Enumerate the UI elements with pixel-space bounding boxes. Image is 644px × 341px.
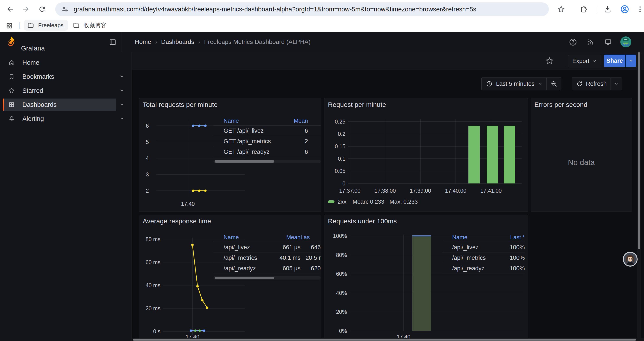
zoom-out-icon[interactable] (547, 81, 561, 87)
clock-icon (486, 81, 492, 87)
home-icon (8, 59, 15, 66)
news-rss-icon[interactable] (586, 37, 595, 47)
download-icon[interactable] (603, 5, 612, 14)
bookmark-folder-blogs[interactable]: 收藏博客 (69, 20, 111, 31)
legend-row[interactable]: /api/_readyz100% (442, 263, 525, 274)
svg-text:4: 4 (146, 155, 149, 161)
legend-row[interactable]: GET /api/_readyz6 (214, 147, 321, 157)
grafana-logo[interactable] (5, 37, 16, 47)
svg-text:40 ms: 40 ms (146, 282, 160, 288)
svg-text:17:37:00: 17:37:00 (339, 188, 360, 194)
panel-title[interactable]: Errors per second (534, 101, 588, 108)
bookmark-label: 收藏博客 (84, 22, 106, 29)
panel-chart: 0.250.20.150.10.05017:37:0017:38:0017:39… (324, 98, 528, 212)
sidebar-item-label: Dashboards (22, 101, 56, 108)
help-icon[interactable] (568, 37, 578, 47)
legend-row[interactable]: /api/_livez100% (442, 242, 525, 253)
url-text[interactable]: grafana.mathmast.com/d/deytv4rwavabkb/fr… (74, 6, 476, 13)
legend-row[interactable]: GET /api/_metrics2 (214, 136, 321, 147)
panel-request-per-minute[interactable]: Request per minute 0.250.20.150.10.05017… (324, 98, 528, 212)
breadcrumb-dashboards[interactable]: Dashboards (161, 38, 194, 46)
svg-text:0.2: 0.2 (338, 131, 346, 137)
bookmark-star-icon[interactable] (557, 5, 566, 14)
brand-name[interactable]: Grafana (21, 45, 45, 52)
scrollbar-thumb[interactable] (214, 277, 274, 279)
header-divider (121, 32, 122, 52)
legend-row[interactable]: /api/_metrics40.1 ms20.5 r (214, 253, 321, 263)
kiosk-monitor-icon[interactable] (603, 37, 613, 47)
svg-text:20 ms: 20 ms (146, 305, 160, 311)
sidebar-item-home[interactable]: Home (3, 56, 116, 69)
svg-text:17:38:00: 17:38:00 (374, 188, 396, 194)
favorite-star-icon[interactable] (545, 56, 554, 65)
scrollbar-thumb[interactable] (133, 338, 636, 340)
apps-grid-icon[interactable] (5, 22, 14, 30)
sidebar-item-bookmarks[interactable]: Bookmarks (3, 71, 116, 83)
vertical-scrollbar[interactable] (637, 52, 641, 341)
extensions-icon[interactable] (580, 5, 588, 14)
svg-text:5: 5 (146, 139, 149, 145)
panel-legend[interactable]: 2xx Mean: 0.233 Max: 0.233 (328, 198, 418, 205)
panel-errors-per-second[interactable]: Errors per second No data (531, 98, 632, 212)
panel-legend[interactable]: NameMeanLas/api/_livez661 µs646/api/_met… (214, 232, 321, 279)
chevron-down-icon[interactable] (118, 87, 126, 94)
panel-average-response-time[interactable]: Average response time 80 ms60 ms40 ms20 … (139, 215, 321, 341)
sidebar-nav: Home Bookmarks Starred Dashboards Alerti… (0, 52, 132, 341)
sidebar-item-alerting[interactable]: Alerting (3, 113, 116, 125)
user-avatar[interactable] (620, 37, 631, 47)
refresh-button[interactable]: Refresh (586, 81, 607, 87)
horizontal-scrollbar[interactable] (132, 338, 644, 341)
panel-total-requests[interactable]: Total requests per minute 6543217:40 Nam… (139, 98, 321, 212)
legend-scrollbar[interactable] (214, 276, 321, 279)
forward-icon[interactable] (22, 5, 30, 14)
assistant-avatar[interactable] (622, 251, 638, 267)
share-dropdown-button[interactable] (626, 55, 636, 67)
browser-menu-icon[interactable] (636, 5, 644, 14)
scrollbar-thumb[interactable] (214, 160, 274, 163)
share-button[interactable]: Share (604, 55, 625, 67)
panel-legend[interactable]: NameLast */api/_livez100%/api/_metrics10… (442, 232, 525, 274)
dock-sidebar-icon[interactable] (108, 37, 118, 47)
bookmarks-divider (19, 22, 20, 29)
chevron-down-icon[interactable] (118, 115, 126, 122)
active-item-accent (3, 99, 4, 111)
bookmarks-bar: Freeleaps 收藏博客 (0, 19, 644, 32)
dashboard-actions-bar: Export Share (132, 52, 644, 70)
svg-text:80 ms: 80 ms (146, 236, 160, 242)
refresh-interval-dropdown[interactable] (610, 81, 622, 86)
legend-header: NameMeanLas (214, 232, 321, 242)
legend-row[interactable]: GET /api/_livez6 (214, 126, 321, 136)
legend-row[interactable]: /api/_readyz605 µs620 (214, 263, 321, 274)
site-info-icon[interactable] (62, 6, 69, 13)
dashboards-grid-icon (8, 102, 15, 108)
svg-text:80%: 80% (336, 252, 347, 258)
panel-requests-under-100ms[interactable]: Requests under 100ms 100%80%60%40%20%0%1… (324, 215, 528, 341)
svg-text:60%: 60% (336, 271, 347, 277)
chevron-down-icon[interactable] (118, 101, 126, 108)
sidebar-item-dashboards[interactable]: Dashboards (3, 99, 116, 111)
svg-text:0.15: 0.15 (335, 143, 346, 149)
legend-pill (328, 200, 334, 203)
scrollbar-thumb[interactable] (638, 52, 640, 249)
legend-scrollbar[interactable] (214, 160, 321, 163)
bookmark-folder-freeleaps[interactable]: Freeleaps (24, 20, 68, 31)
folder-icon (73, 22, 80, 29)
sidebar-item-starred[interactable]: Starred (3, 85, 116, 97)
legend-series-label[interactable]: 2xx (338, 198, 346, 205)
actions-divider (565, 55, 565, 67)
panel-legend[interactable]: NameMeanGET /api/_livez6GET /api/_metric… (214, 116, 321, 163)
legend-row[interactable]: /api/_metrics100% (442, 253, 525, 263)
chevron-down-icon[interactable] (538, 81, 542, 86)
chevron-down-icon[interactable] (118, 73, 126, 80)
bell-icon (8, 116, 15, 122)
time-range-picker[interactable]: Last 5 minutes (496, 81, 534, 87)
legend-row[interactable]: /api/_livez661 µs646 (214, 242, 321, 253)
breadcrumb-separator: › (198, 38, 200, 46)
url-bar[interactable]: grafana.mathmast.com/d/deytv4rwavabkb/fr… (55, 3, 549, 16)
reload-icon[interactable] (38, 5, 46, 14)
back-icon[interactable] (6, 5, 14, 14)
breadcrumb-home[interactable]: Home (135, 38, 151, 46)
export-button[interactable]: Export (568, 55, 601, 67)
breadcrumb: Home › Dashboards › Freeleaps Metrics Da… (135, 38, 310, 46)
profile-icon[interactable] (620, 5, 630, 14)
